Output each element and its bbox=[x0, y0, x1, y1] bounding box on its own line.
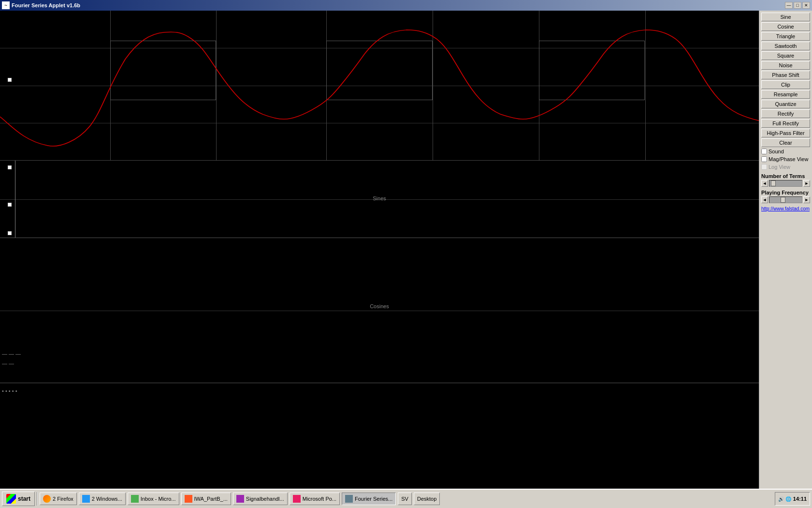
terms-slider-track[interactable] bbox=[769, 180, 802, 187]
freq-increase-button[interactable]: ► bbox=[803, 196, 810, 203]
cosines-label: Cosines bbox=[370, 303, 389, 309]
iwa-label: IWA_PartB_... bbox=[194, 496, 228, 502]
windows-logo bbox=[6, 494, 16, 504]
taskbar-iwa[interactable]: IWA_PartB_... bbox=[181, 493, 231, 505]
taskbar: start 2 Firefox 2 Windows... Inbox - Mic… bbox=[0, 489, 812, 508]
close-button[interactable]: ✕ bbox=[802, 2, 810, 9]
log-view-checkbox[interactable] bbox=[761, 164, 767, 170]
resample-button[interactable]: Resample bbox=[761, 90, 810, 99]
firefox-icon bbox=[43, 495, 51, 503]
sv-label: SV bbox=[401, 496, 408, 502]
taskbar-inbox[interactable]: Inbox - Micro... bbox=[128, 493, 179, 505]
title-text: Fourier Series Applet v1.6b bbox=[12, 2, 785, 8]
sines-label: Sines bbox=[373, 195, 386, 201]
mag-phase-checkbox-row: Mag/Phase View bbox=[761, 156, 810, 163]
main-area: Sines Cosines • • • • • — — — — — Sine C… bbox=[0, 11, 812, 489]
url-link[interactable]: http://www.falstad.com bbox=[761, 206, 810, 211]
sines-section[interactable]: Sines bbox=[0, 161, 759, 238]
sines-handle-bottom[interactable] bbox=[8, 231, 12, 235]
sound-label: Sound bbox=[768, 149, 784, 154]
full-rectify-button[interactable]: Full Rectify bbox=[761, 119, 810, 128]
taskbar-clock-area: 🔊 🌐 14:11 bbox=[775, 492, 810, 506]
rectify-button[interactable]: Rectify bbox=[761, 109, 810, 118]
minimize-button[interactable]: — bbox=[785, 2, 793, 9]
terms-slider-thumb[interactable] bbox=[771, 180, 776, 186]
phase-shift-button[interactable]: Phase Shift bbox=[761, 71, 810, 79]
windows-icon bbox=[82, 495, 90, 503]
freq-slider-thumb[interactable] bbox=[781, 197, 785, 203]
taskbar-firefox[interactable]: 2 Firefox bbox=[40, 493, 77, 505]
taskbar-fourier[interactable]: Fourier Series... bbox=[342, 493, 396, 505]
fourier-icon bbox=[345, 495, 353, 503]
taskbar-desktop[interactable]: Desktop bbox=[414, 493, 440, 505]
mag-phase-label: Mag/Phase View bbox=[768, 156, 808, 162]
inbox-icon bbox=[131, 495, 139, 503]
cosines-section[interactable]: Cosines bbox=[0, 238, 759, 383]
sines-handle-mid[interactable] bbox=[8, 203, 12, 207]
dots-row-1: • • • • • bbox=[2, 388, 17, 394]
clip-button[interactable]: Clip bbox=[761, 80, 810, 89]
freq-slider-track[interactable] bbox=[769, 196, 802, 203]
sine-button[interactable]: Sine bbox=[761, 13, 810, 21]
inbox-label: Inbox - Micro... bbox=[141, 496, 176, 502]
clear-button[interactable]: Clear bbox=[761, 138, 810, 147]
sound-checkbox-row: Sound bbox=[761, 148, 810, 155]
terms-increase-button[interactable]: ► bbox=[803, 180, 810, 187]
signal-icon bbox=[236, 495, 244, 503]
taskbar-windows[interactable]: 2 Windows... bbox=[79, 493, 126, 505]
signal-label: Signalbehandl... bbox=[246, 496, 284, 502]
taskbar-microsoft-po[interactable]: Microsoft Po... bbox=[290, 493, 340, 505]
terms-decrease-button[interactable]: ◄ bbox=[761, 180, 768, 187]
sines-handle-top[interactable] bbox=[8, 165, 12, 169]
triangle-button[interactable]: Triangle bbox=[761, 32, 810, 41]
ms-label: Microsoft Po... bbox=[303, 496, 336, 502]
taskbar-divider-1 bbox=[37, 492, 38, 506]
app-icon: ~ bbox=[2, 1, 10, 9]
canvas-area[interactable]: Sines Cosines • • • • • — — — — — bbox=[0, 11, 759, 489]
taskbar-sv[interactable]: SV bbox=[398, 493, 412, 505]
number-of-terms-label: Number of Terms bbox=[761, 173, 810, 179]
number-of-terms-slider-row: ◄ ► bbox=[761, 180, 810, 187]
start-label: start bbox=[18, 495, 30, 502]
start-button[interactable]: start bbox=[2, 492, 35, 506]
mag-phase-checkbox[interactable] bbox=[761, 156, 767, 162]
playing-frequency-slider-row: ◄ ► bbox=[761, 196, 810, 203]
playing-frequency-label: Playing Frequency bbox=[761, 190, 810, 195]
quantize-button[interactable]: Quantize bbox=[761, 100, 810, 108]
ms-icon bbox=[293, 495, 301, 503]
window-controls: — □ ✕ bbox=[785, 2, 810, 9]
firefox-label: 2 Firefox bbox=[53, 496, 73, 502]
log-view-checkbox-row: Log View bbox=[761, 164, 810, 170]
sound-checkbox[interactable] bbox=[761, 149, 767, 154]
taskbar-signal[interactable]: Signalbehandl... bbox=[233, 493, 288, 505]
waveform-section[interactable] bbox=[0, 11, 759, 161]
log-view-label: Log View bbox=[768, 164, 790, 170]
clock: 14:11 bbox=[793, 496, 807, 502]
cosine-button[interactable]: Cosine bbox=[761, 22, 810, 31]
windows-label: 2 Windows... bbox=[92, 496, 122, 502]
dash-row-2: — — bbox=[2, 360, 14, 366]
handle-point[interactable] bbox=[8, 78, 12, 82]
noise-button[interactable]: Noise bbox=[761, 61, 810, 70]
dash-row-1: — — — bbox=[2, 351, 21, 357]
maximize-button[interactable]: □ bbox=[794, 2, 801, 9]
desktop-label: Desktop bbox=[417, 496, 436, 502]
titlebar: ~ Fourier Series Applet v1.6b — □ ✕ bbox=[0, 0, 812, 11]
fourier-label: Fourier Series... bbox=[355, 496, 392, 502]
square-button[interactable]: Square bbox=[761, 51, 810, 60]
high-pass-filter-button[interactable]: High-Pass Filter bbox=[761, 129, 810, 137]
taskbar-tray-icons: 🔊 🌐 bbox=[778, 496, 791, 502]
sawtooth-button[interactable]: Sawtooth bbox=[761, 42, 810, 50]
freq-decrease-button[interactable]: ◄ bbox=[761, 196, 768, 203]
waveform-svg bbox=[0, 11, 759, 160]
right-panel: Sine Cosine Triangle Sawtooth Square Noi… bbox=[759, 11, 812, 489]
iwa-icon bbox=[185, 495, 192, 503]
